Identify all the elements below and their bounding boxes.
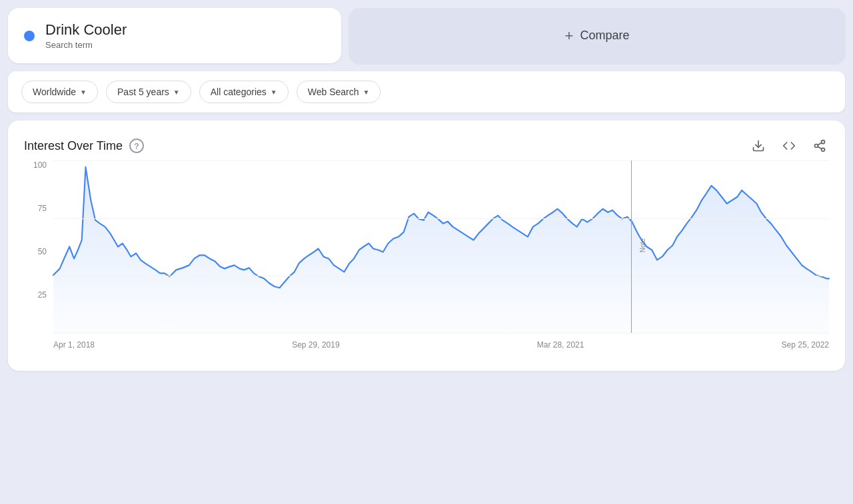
search-term-text: Drink Cooler Search term bbox=[45, 21, 127, 50]
filters-bar: Worldwide ▼ Past 5 years ▼ All categorie… bbox=[8, 71, 845, 113]
line-chart-svg bbox=[53, 160, 829, 333]
chart-header: Interest Over Time ? bbox=[24, 136, 829, 155]
share-icon bbox=[813, 139, 826, 152]
search-type-filter-label: Web Search bbox=[308, 87, 359, 97]
y-label-100: 100 bbox=[33, 160, 51, 170]
category-filter-label: All categories bbox=[211, 87, 267, 97]
grid-line-50 bbox=[53, 276, 829, 276]
chart-card: Interest Over Time ? bbox=[8, 121, 845, 371]
time-filter-label: Past 5 years bbox=[117, 87, 169, 97]
download-icon bbox=[752, 139, 765, 152]
vertical-divider bbox=[631, 160, 632, 333]
chart-title-group: Interest Over Time ? bbox=[24, 138, 144, 153]
x-label-2022: Sep 25, 2022 bbox=[782, 340, 829, 350]
page-container: Drink Cooler Search term + Compare World… bbox=[0, 0, 853, 379]
region-filter-button[interactable]: Worldwide ▼ bbox=[21, 81, 98, 103]
note-label: Note bbox=[639, 238, 646, 252]
share-button[interactable] bbox=[810, 136, 829, 155]
x-label-2021: Mar 28, 2021 bbox=[537, 340, 584, 350]
main-content: Interest Over Time ? bbox=[0, 113, 853, 379]
grid-line-25 bbox=[53, 333, 829, 334]
search-term-card: Drink Cooler Search term bbox=[8, 8, 341, 63]
search-term-subtitle: Search term bbox=[45, 40, 127, 50]
top-section: Drink Cooler Search term + Compare bbox=[0, 0, 853, 63]
svg-line-5 bbox=[818, 143, 822, 145]
embed-button[interactable] bbox=[780, 136, 798, 155]
grid-line-100 bbox=[53, 160, 829, 161]
category-filter-button[interactable]: All categories ▼ bbox=[199, 81, 289, 103]
chevron-down-icon: ▼ bbox=[80, 89, 87, 96]
y-label-75: 75 bbox=[38, 204, 51, 213]
x-axis-labels: Apr 1, 2018 Sep 29, 2019 Mar 28, 2021 Se… bbox=[53, 336, 829, 360]
chart-area: 100 75 50 25 Note bbox=[24, 160, 829, 360]
chevron-down-icon: ▼ bbox=[363, 89, 369, 96]
help-icon[interactable]: ? bbox=[129, 138, 144, 153]
y-label-50: 50 bbox=[38, 247, 51, 256]
x-label-2019: Sep 29, 2019 bbox=[292, 340, 339, 350]
compare-plus-icon: + bbox=[565, 27, 574, 45]
region-filter-label: Worldwide bbox=[33, 87, 76, 97]
compare-card[interactable]: + Compare bbox=[349, 8, 845, 63]
svg-line-4 bbox=[818, 147, 822, 149]
compare-label: Compare bbox=[580, 29, 629, 43]
chevron-down-icon: ▼ bbox=[173, 89, 180, 96]
x-label-2018: Apr 1, 2018 bbox=[53, 340, 95, 350]
chevron-down-icon: ▼ bbox=[271, 89, 277, 96]
chart-area-fill bbox=[53, 167, 829, 333]
search-type-filter-button[interactable]: Web Search ▼ bbox=[297, 81, 381, 103]
time-filter-button[interactable]: Past 5 years ▼ bbox=[106, 81, 191, 103]
chart-plot: Note bbox=[53, 160, 829, 334]
download-button[interactable] bbox=[749, 136, 768, 155]
embed-code-icon bbox=[782, 139, 796, 152]
chart-actions bbox=[749, 136, 829, 155]
y-label-25: 25 bbox=[38, 290, 51, 300]
search-term-name: Drink Cooler bbox=[45, 21, 127, 39]
grid-line-75 bbox=[53, 218, 829, 219]
y-axis-labels: 100 75 50 25 bbox=[24, 160, 51, 334]
term-color-dot bbox=[24, 31, 35, 41]
chart-title: Interest Over Time bbox=[24, 139, 123, 153]
